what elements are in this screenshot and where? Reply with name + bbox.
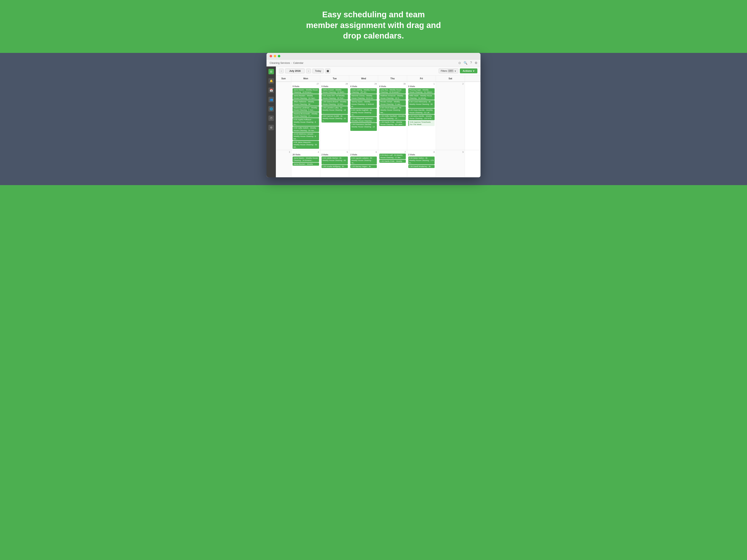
- filters-label: Filters: [441, 70, 447, 72]
- breadcrumb-calendar[interactable]: Calendar: [293, 61, 304, 64]
- traffic-light-green[interactable]: [278, 55, 280, 57]
- day-number: 9: [437, 151, 464, 153]
- day-cell-3[interactable]: 62 Visits8:30 Agustin Lakatos - Bi-Weekl…: [349, 150, 378, 177]
- day-number: 8: [408, 151, 435, 153]
- event-4-2[interactable]: Renato Airhart - Weekly House Cleaning -…: [379, 100, 406, 106]
- day-cell-6[interactable]: 2: [436, 82, 465, 150]
- day-number: 5: [321, 151, 348, 153]
- event-3-5[interactable]: 1:30 Francesco Sarchet - Weekly House Cl…: [350, 123, 377, 131]
- today-button[interactable]: Today: [312, 69, 324, 73]
- day-cell-2[interactable]: 52 Visits8:30 Adelle Nitcher - Bi-Weekly…: [320, 150, 350, 177]
- day-cell-0[interactable]: [276, 82, 291, 150]
- event-5-4[interactable]: 2:30 Iesha Wardle - Weekly House Cleanin…: [408, 114, 435, 120]
- event-4-3[interactable]: 8:30 Chuck Berggren - Bi-Weekly House Cl…: [379, 106, 406, 114]
- event-3-0[interactable]: 8:30 Agustin Lakatos - Bi-Weekly House C…: [350, 157, 377, 164]
- day-cell-5[interactable]: 15 VisitsPhuong Sugai - Weekly House Cle…: [407, 82, 436, 150]
- event-4-0[interactable]: 8:30 Boris Latif - Bi-Weekly House Clean…: [379, 154, 406, 159]
- traffic-light-red[interactable]: [269, 55, 272, 57]
- event-2-0[interactable]: Salina Knavel - Weekly House Cleaning - …: [321, 88, 348, 94]
- filters-button[interactable]: Filters OFF ∨: [439, 69, 459, 73]
- day-cell-4[interactable]: 78:30 Boris Latif - Bi-Weekly House Clea…: [378, 150, 407, 177]
- event-1-6[interactable]: 9:30 Callie Neikirk - Weekly House Clean…: [292, 126, 319, 132]
- sidebar-item-settings[interactable]: ⚙: [268, 125, 274, 130]
- title-bar: [266, 53, 481, 59]
- event-1-7[interactable]: 10:30 Edelmira Calzado - Weekly House Cl…: [292, 132, 319, 140]
- day-cell-2[interactable]: 285 VisitsSalina Knavel - Weekly House C…: [320, 82, 350, 150]
- sidebar-item-calendar[interactable]: 📅: [268, 87, 274, 93]
- event-1-4[interactable]: Maxima Brzozowski - Weekly House Cleanin…: [292, 112, 319, 118]
- sidebar-item-people[interactable]: 👥: [268, 97, 274, 102]
- week-2-row: 3420 VisitsJame Mastro - Weekly House Cl…: [276, 150, 481, 177]
- visit-count: 2 Visits: [408, 154, 435, 156]
- event-3-1[interactable]: Mammie Cisney - Weekly House Cleaning - …: [350, 94, 377, 100]
- event-1-0[interactable]: Jame Mastro - Weekly House Cleaning - 24…: [292, 88, 319, 94]
- day-cell-1[interactable]: 420 VisitsJame Mastro - Weekly House Cle…: [291, 150, 320, 177]
- day-number: 4: [292, 151, 319, 153]
- event-4-0[interactable]: Lera Hua - Weekly House Cleaning - 20 Em…: [379, 88, 406, 94]
- event-5-3[interactable]: 1:00 Huey Marcille - Monthly House Clean…: [408, 108, 435, 114]
- event-2-4[interactable]: 3:00 Carman Gudiel - Bi-Weekly House Cle…: [321, 114, 348, 123]
- event-5-1[interactable]: Willis Wylie - Weekly House Cleaning - 3…: [408, 94, 435, 100]
- breadcrumb-cleaning[interactable]: Cleaning Services: [269, 61, 290, 64]
- event-3-2[interactable]: Tammy Sams - Weekly House Cleaning - 2 W…: [350, 100, 377, 108]
- event-2-1[interactable]: 1:00 Amalia Wolfgang - Bi-: [321, 165, 348, 168]
- day-cell-5[interactable]: 82 Visits8:30 Belen Nelton - Bi-Weekly H…: [407, 150, 436, 177]
- calendar-header-row: Sun Mon Tue Wed Thu Fri Sat: [276, 76, 481, 82]
- event-3-4[interactable]: 1:00 Hildegarde Wehrwein - Monthly House…: [350, 117, 377, 123]
- event-1-5[interactable]: 8:30 Argelia Hofbauer - Weekly House Cle…: [292, 118, 319, 126]
- event-5-0[interactable]: Phuong Sugai - Weekly House Cleaning - 5…: [408, 88, 435, 94]
- question-icon[interactable]: ?: [470, 61, 472, 64]
- prev-month-button[interactable]: ‹: [279, 69, 284, 73]
- event-1-1[interactable]: Janna Bastain - Weekly House Cleaning - …: [292, 94, 319, 100]
- visit-count: 6 Visits: [350, 85, 377, 87]
- event-1-2[interactable]: Jillian Hailstone - Weekly House Cleanin…: [292, 100, 319, 106]
- event-3-1[interactable]: 1:00 Barney Hagen - Bi-: [350, 165, 377, 168]
- event-4-1[interactable]: 1:00 Danilo Pride - Weekly: [379, 160, 406, 163]
- event-5-2[interactable]: 8:30 Coral Helmcamp - Bi-Weekly House Cl…: [408, 100, 435, 108]
- event-3-0[interactable]: Louis Zarling - Weekly House Cleaning - …: [350, 88, 377, 94]
- event-1-3[interactable]: Madonna Landman - Weekly House Cleaning …: [292, 106, 319, 112]
- day-cell-6[interactable]: 9: [436, 150, 465, 177]
- actions-label: Actions: [463, 70, 472, 72]
- grid-view-button[interactable]: ▦: [325, 69, 330, 74]
- event-3-3[interactable]: 8:30 Carole Hughlett - Bi-Weekly House C…: [350, 108, 377, 116]
- event-4-5[interactable]: 1:00 Danilo Pride - Weekly House Cleanin…: [379, 121, 406, 126]
- sidebar: ⊟ 🔔 📅 👥 🌐 ⏱ ⚙: [266, 66, 276, 177]
- actions-button[interactable]: Actions ∨: [460, 69, 478, 73]
- header-wed: Wed: [349, 76, 378, 81]
- event-5-1[interactable]: 1:00 Darell Mcalarney - Bi-: [408, 165, 435, 168]
- search-icon[interactable]: 🔍: [464, 61, 467, 65]
- header-sun: Sun: [276, 76, 291, 81]
- event-1-0[interactable]: Jame Mastro - Weekly House Cleaning - 24…: [292, 157, 319, 162]
- event-1-1[interactable]: Janna Bastain - Weekly: [292, 163, 319, 166]
- sidebar-item-globe[interactable]: 🌐: [268, 106, 274, 112]
- next-month-button[interactable]: ›: [306, 69, 311, 73]
- app-window-wrap: Cleaning Services › Calendar ⊙ 🔍 ? ⚙ ⊟ 🔔…: [0, 53, 747, 185]
- circle-icon[interactable]: ⊙: [458, 61, 461, 65]
- app-window: Cleaning Services › Calendar ⊙ 🔍 ? ⚙ ⊟ 🔔…: [266, 53, 481, 177]
- event-5-5[interactable]: 5:00 Approve Timesheets For The Week: [408, 121, 435, 126]
- nav-bar: Cleaning Services › Calendar ⊙ 🔍 ? ⚙: [266, 59, 481, 66]
- sidebar-item-dashboard[interactable]: ⊟: [268, 69, 274, 74]
- day-cell-0[interactable]: 3: [276, 150, 291, 177]
- day-cell-4[interactable]: 306 VisitsLera Hua - Weekly House Cleani…: [378, 82, 407, 150]
- day-cell-3[interactable]: 296 VisitsLouis Zarling - Weekly House C…: [349, 82, 378, 150]
- sidebar-item-bell[interactable]: 🔔: [268, 78, 274, 84]
- traffic-light-yellow[interactable]: [274, 55, 276, 57]
- event-4-4[interactable]: 1:00 Hollis Stanfield - Monthly House Cl…: [379, 114, 406, 120]
- event-1-8[interactable]: 9:30 Jaime Wasurick - Weekly House Clean…: [292, 141, 319, 149]
- event-2-1[interactable]: 8:30 Justa Dini - Bi-Weekly House Cleani…: [321, 94, 348, 100]
- toolbar-right: Filters OFF ∨ Actions ∨: [439, 69, 478, 73]
- sidebar-item-clock[interactable]: ⏱: [268, 115, 274, 121]
- week-1-row: 279 VisitsJame Mastro - Weekly House Cle…: [276, 82, 481, 150]
- hero-title: Easy scheduling and team member assignme…: [305, 9, 442, 41]
- gear-icon[interactable]: ⚙: [475, 61, 478, 65]
- event-2-0[interactable]: 8:30 Adelle Nitcher - Bi-Weekly House Cl…: [321, 157, 348, 164]
- event-2-2[interactable]: 1:00 Gianna Branin - Monthly House Clean…: [321, 100, 348, 106]
- event-5-0[interactable]: 8:30 Belen Nelton - Bi-Weekly House Clea…: [408, 157, 435, 164]
- day-cell-1[interactable]: 279 VisitsJame Mastro - Weekly House Cle…: [291, 82, 320, 150]
- event-4-1[interactable]: Matthew Armacost - Weekly House Cleaning…: [379, 94, 406, 100]
- event-2-3[interactable]: 1:00 Leontine Lafoy - Bi-Weekly House Cl…: [321, 106, 348, 114]
- header-thu: Thu: [378, 76, 407, 81]
- day-number: 28: [321, 83, 348, 85]
